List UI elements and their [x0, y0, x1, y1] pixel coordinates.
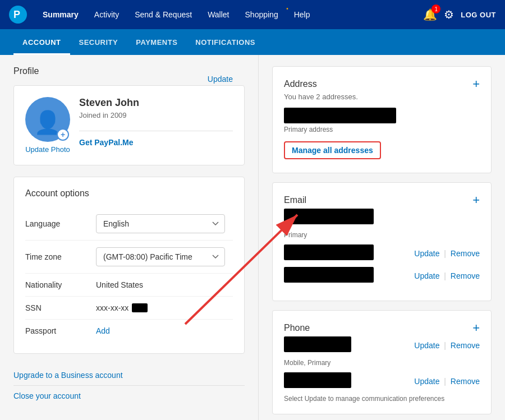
timezone-select[interactable]: (GMT-08:00) Pacific Time (GMT-05:00) Eas… — [96, 247, 225, 266]
email-secondary-row-2: Update | Remove — [284, 267, 480, 285]
profile-name-group: Steven John Joined in 2009 — [79, 97, 139, 124]
email-secondary-row-1: Update | Remove — [284, 244, 480, 262]
svg-text:P: P — [13, 9, 20, 20]
email-card: Email + Primary Update | Remove Update | — [272, 182, 492, 301]
email-update-1[interactable]: Update — [414, 249, 439, 258]
phone-update-2[interactable]: Update — [414, 377, 439, 386]
subnav-payments[interactable]: PAYMENTS — [127, 31, 186, 55]
phone-title: Phone — [284, 323, 310, 333]
nav-help[interactable]: Help — [287, 7, 317, 22]
passport-add-link[interactable]: Add — [96, 326, 110, 335]
main-content: Profile 👤 + Update Photo Steven John — [0, 55, 505, 420]
paypal-logo[interactable]: P — [9, 6, 27, 24]
phone-secondary-redacted — [284, 372, 351, 388]
profile-text: Steven John Joined in 2009 Update Get Pa… — [79, 97, 233, 147]
avatar-column: 👤 + Update Photo — [25, 97, 70, 154]
profile-row: 👤 + Update Photo Steven John Joined in 2… — [25, 97, 233, 154]
ssn-row: SSN xxx-xx-xx — [25, 297, 233, 320]
avatar-person-icon: 👤 — [34, 111, 62, 133]
ssn-redacted — [132, 303, 148, 312]
manage-addresses-button[interactable]: Manage all addresses — [284, 141, 381, 159]
phone-row2-actions: Update | Remove — [414, 377, 480, 386]
nav-summary[interactable]: Summary — [36, 7, 85, 22]
top-navigation: P Summary Activity Send & Request Wallet… — [0, 0, 505, 29]
nav-wallet[interactable]: Wallet — [201, 7, 236, 22]
update-photo-link[interactable]: Update Photo — [25, 145, 70, 154]
account-options-card: Account options Language English Spanish… — [13, 177, 245, 354]
upgrade-business-link[interactable]: Upgrade to a Business account — [13, 365, 245, 386]
profile-joined: Joined in 2009 — [79, 111, 139, 119]
add-phone-button[interactable]: + — [472, 322, 480, 334]
email-row2-actions: Update | Remove — [414, 271, 480, 280]
avatar-wrapper: 👤 + — [25, 97, 70, 142]
email-row1-actions: Update | Remove — [414, 249, 480, 258]
settings-icon[interactable]: ⚙ — [444, 8, 454, 21]
phone-primary-redacted — [284, 336, 351, 352]
primary-address-label: Primary address — [284, 126, 480, 133]
bottom-links: Upgrade to a Business account Close your… — [13, 363, 245, 408]
phone-card: Phone + Update | Remove Mobile, Primary … — [272, 310, 492, 414]
ssn-value-group: xxx-xx-xx — [96, 303, 148, 312]
address-card-header: Address + — [284, 78, 480, 90]
email-remove-2[interactable]: Remove — [451, 271, 480, 280]
logout-button[interactable]: LOG OUT — [461, 11, 496, 19]
phone-note: Select Update to manage communication pr… — [284, 395, 480, 403]
notification-bell[interactable]: 🔔 1 — [423, 8, 437, 21]
email-secondary-redacted-2 — [284, 267, 374, 283]
phone-row1-actions: Update | Remove — [414, 341, 480, 350]
subnav-account[interactable]: ACCOUNT — [13, 31, 70, 55]
profile-name-row: Steven John Joined in 2009 Update — [79, 97, 233, 124]
profile-update-link[interactable]: Update — [208, 75, 233, 84]
language-select[interactable]: English Spanish French — [96, 214, 225, 233]
passport-label: Passport — [25, 326, 87, 335]
ssn-text: xxx-xx-xx — [96, 303, 128, 312]
right-panel: Address + You have 2 addresses. Primary … — [258, 55, 505, 420]
nationality-value: United States — [96, 280, 233, 289]
phone-remove-2[interactable]: Remove — [451, 377, 480, 386]
phone-primary-row: Update | Remove — [284, 336, 480, 354]
profile-name: Steven John — [79, 97, 139, 109]
address-redacted — [284, 108, 396, 123]
phone-secondary-row: Update | Remove — [284, 372, 480, 390]
profile-card: 👤 + Update Photo Steven John Joined in 2… — [13, 85, 245, 165]
address-card: Address + You have 2 addresses. Primary … — [272, 66, 492, 173]
paypalme-link[interactable]: Get PayPal.Me — [79, 138, 134, 147]
nav-shopping[interactable]: Shopping — [238, 7, 285, 22]
phone-card-header: Phone + — [284, 322, 480, 334]
language-row: Language English Spanish French — [25, 207, 233, 241]
address-title: Address — [284, 79, 317, 89]
nav-activity[interactable]: Activity — [88, 7, 126, 22]
timezone-row: Time zone (GMT-08:00) Pacific Time (GMT-… — [25, 241, 233, 274]
close-account-link[interactable]: Close your account — [13, 386, 245, 406]
left-panel: Profile 👤 + Update Photo Steven John — [0, 55, 258, 420]
nationality-row: Nationality United States — [25, 274, 233, 297]
add-email-button[interactable]: + — [472, 194, 480, 206]
nationality-label: Nationality — [25, 280, 87, 289]
nav-send-request[interactable]: Send & Request — [128, 7, 199, 22]
ssn-label: SSN — [25, 303, 87, 312]
add-address-button[interactable]: + — [472, 78, 480, 90]
email-remove-1[interactable]: Remove — [451, 249, 480, 258]
sub-navigation: ACCOUNT SECURITY PAYMENTS NOTIFICATIONS — [0, 29, 505, 55]
email-secondary-redacted-1 — [284, 244, 374, 260]
main-nav-links: Summary Activity Send & Request Wallet S… — [36, 7, 423, 22]
email-card-header: Email + — [284, 194, 480, 206]
email-primary-row — [284, 209, 480, 227]
notification-badge: 1 — [431, 4, 440, 13]
email-primary-redacted — [284, 209, 374, 224]
phone-primary-label: Mobile, Primary — [284, 359, 480, 367]
email-title: Email — [284, 195, 306, 205]
account-options-title: Account options — [25, 188, 233, 199]
nav-right-actions: 🔔 1 ⚙ LOG OUT — [423, 8, 496, 21]
profile-divider — [79, 131, 233, 131]
address-subtitle: You have 2 addresses. — [284, 93, 480, 101]
avatar-plus-button[interactable]: + — [57, 128, 69, 141]
subnav-security[interactable]: SECURITY — [70, 31, 127, 55]
language-label: Language — [25, 219, 87, 228]
subnav-notifications[interactable]: NOTIFICATIONS — [186, 31, 264, 55]
phone-update-1[interactable]: Update — [414, 341, 439, 350]
phone-remove-1[interactable]: Remove — [451, 341, 480, 350]
passport-row: Passport Add — [25, 320, 233, 342]
email-update-2[interactable]: Update — [414, 271, 439, 280]
email-primary-label: Primary — [284, 231, 480, 239]
